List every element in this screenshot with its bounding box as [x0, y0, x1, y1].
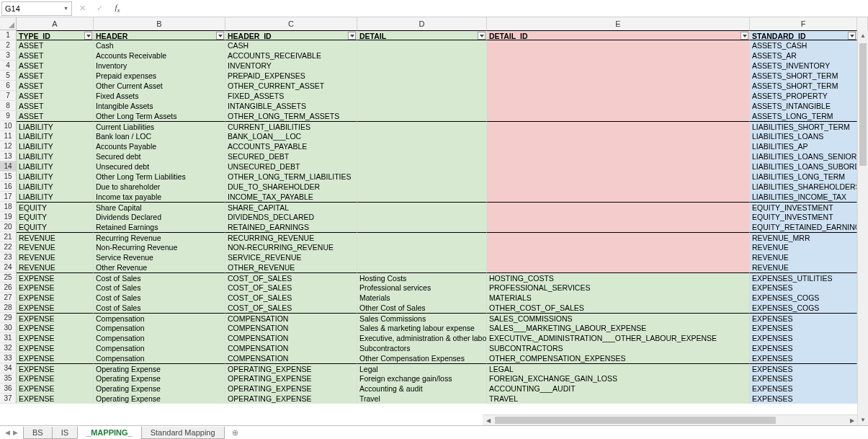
cell[interactable]: SECURED_DEBT: [225, 151, 357, 161]
filter-dropdown-icon[interactable]: [216, 32, 224, 40]
row-header[interactable]: 18: [0, 202, 17, 212]
cell[interactable]: [487, 91, 750, 101]
cell[interactable]: Operating Expense: [94, 363, 225, 373]
cell[interactable]: Foreign exchange gain/loss: [357, 373, 487, 383]
horizontal-scroll-thumb[interactable]: [495, 417, 776, 424]
cell[interactable]: REVENUE: [17, 262, 94, 272]
cell[interactable]: [357, 151, 487, 161]
cell[interactable]: EXPENSE: [17, 323, 94, 333]
cell[interactable]: [357, 131, 487, 141]
cell[interactable]: EQUITY: [17, 202, 94, 212]
scroll-right-icon[interactable]: ▶: [846, 415, 857, 425]
cell[interactable]: EXPENSE: [17, 303, 94, 313]
cell[interactable]: BANK_LOAN___LOC: [225, 131, 357, 141]
cell[interactable]: DIVIDENDS_DECLARED: [225, 212, 357, 222]
cell[interactable]: Intangible Assets: [94, 101, 225, 111]
cell[interactable]: Other Long Term Assets: [94, 111, 225, 121]
row-header[interactable]: 21: [0, 232, 17, 242]
cell[interactable]: Accounts Payable: [94, 141, 225, 151]
cell[interactable]: LIABILITY: [17, 192, 94, 202]
grid[interactable]: 1TYPE_IDHEADERHEADER_IDDETAILDETAIL_IDST…: [0, 30, 868, 426]
cell[interactable]: PROFESSIONAL_SERVICES: [487, 283, 750, 293]
cell[interactable]: LIABILITIES_LOANS_SUBORDINATED: [750, 161, 857, 172]
cell[interactable]: COMPENSATION: [225, 353, 357, 363]
cell[interactable]: FIXED_ASSETS: [225, 91, 357, 101]
horizontal-scrollbar[interactable]: ◀ ▶: [483, 414, 857, 425]
row-header[interactable]: 29: [0, 313, 17, 323]
cell[interactable]: EXPENSE: [17, 343, 94, 353]
cell[interactable]: [487, 101, 750, 111]
cell[interactable]: EXPENSES: [750, 394, 857, 404]
cell[interactable]: Inventory: [94, 61, 225, 71]
fx-icon[interactable]: fx: [108, 1, 125, 16]
cell[interactable]: ASSETS_INTANGIBLE: [750, 101, 857, 111]
row-header[interactable]: 36: [0, 383, 17, 394]
cell[interactable]: SUBCONTRACTORS: [487, 343, 750, 353]
vertical-scroll-thumb[interactable]: [859, 43, 867, 166]
tab-nav-prev-icon[interactable]: ◀: [4, 429, 11, 436]
cell[interactable]: EXPENSE: [17, 353, 94, 363]
cell[interactable]: COMPENSATION: [225, 343, 357, 353]
cell[interactable]: NON-RECURRING_REVENUE: [225, 242, 357, 252]
row-header[interactable]: 35: [0, 373, 17, 383]
cell[interactable]: EXPENSES_COGS: [750, 303, 857, 313]
filter-dropdown-icon[interactable]: [848, 32, 856, 40]
cell[interactable]: EXPENSE: [17, 383, 94, 394]
cell[interactable]: LIABILITIES_INCOME_TAX: [750, 192, 857, 202]
header-cell-type_id[interactable]: TYPE_ID: [17, 30, 94, 40]
cell[interactable]: REVENUE: [17, 242, 94, 252]
cell[interactable]: Other Compensation Expenses: [357, 353, 487, 363]
cell[interactable]: [357, 121, 487, 131]
cell[interactable]: [487, 182, 750, 192]
cell[interactable]: [357, 50, 487, 61]
cell[interactable]: Compensation: [94, 343, 225, 353]
row-header[interactable]: 3: [0, 50, 17, 61]
cell[interactable]: ASSETS_LONG_TERM: [750, 111, 857, 121]
cell[interactable]: [357, 202, 487, 212]
cell[interactable]: [487, 192, 750, 202]
row-header[interactable]: 30: [0, 323, 17, 333]
cell[interactable]: ASSETS_CASH: [750, 40, 857, 50]
cell[interactable]: Sales & marketing labour expense: [357, 323, 487, 333]
cell[interactable]: Share Capital: [94, 202, 225, 212]
cell[interactable]: [357, 91, 487, 101]
cell[interactable]: EXPENSE: [17, 313, 94, 323]
add-sheet-button[interactable]: ⊕: [228, 428, 243, 438]
cell[interactable]: HOSTING_COSTS: [487, 272, 750, 283]
row-header[interactable]: 7: [0, 91, 17, 101]
cell[interactable]: Accounts Receivable: [94, 50, 225, 61]
cell[interactable]: LIABILITIES_LOANS: [750, 131, 857, 141]
row-header[interactable]: 15: [0, 172, 17, 182]
cell[interactable]: COMPENSATION: [225, 313, 357, 323]
cell[interactable]: Unsecured debt: [94, 161, 225, 172]
cell[interactable]: [357, 232, 487, 242]
cell[interactable]: [357, 252, 487, 262]
cell[interactable]: OPERATING_EXPENSE: [225, 363, 357, 373]
cell[interactable]: Operating Expense: [94, 373, 225, 383]
cell[interactable]: EXPENSE: [17, 333, 94, 343]
cell[interactable]: COMPENSATION: [225, 333, 357, 343]
cell[interactable]: Subcontractors: [357, 343, 487, 353]
cell[interactable]: COST_OF_SALES: [225, 272, 357, 283]
row-header[interactable]: 33: [0, 353, 17, 363]
cell[interactable]: Materials: [357, 293, 487, 303]
cell[interactable]: Retained Earnings: [94, 222, 225, 232]
cell[interactable]: RECURRING_REVENUE: [225, 232, 357, 242]
row-header[interactable]: 6: [0, 81, 17, 91]
cell[interactable]: Legal: [357, 363, 487, 373]
row-header[interactable]: 28: [0, 303, 17, 313]
cell[interactable]: Accounting & audit: [357, 383, 487, 394]
cell[interactable]: EXPENSES: [750, 343, 857, 353]
cell[interactable]: COST_OF_SALES: [225, 283, 357, 293]
header-cell-header[interactable]: HEADER: [94, 30, 225, 40]
cell[interactable]: [487, 141, 750, 151]
row-header[interactable]: 24: [0, 262, 17, 272]
cell[interactable]: LIABILITIES_LONG_TERM: [750, 172, 857, 182]
row-header[interactable]: 10: [0, 121, 17, 131]
cell[interactable]: LIABILITY: [17, 151, 94, 161]
cell[interactable]: EXPENSES: [750, 383, 857, 394]
cell[interactable]: Compensation: [94, 353, 225, 363]
cell[interactable]: Sales Commissions: [357, 313, 487, 323]
cell[interactable]: COST_OF_SALES: [225, 293, 357, 303]
cell[interactable]: OTHER_LONG_TERM_LIABILITIES: [225, 172, 357, 182]
